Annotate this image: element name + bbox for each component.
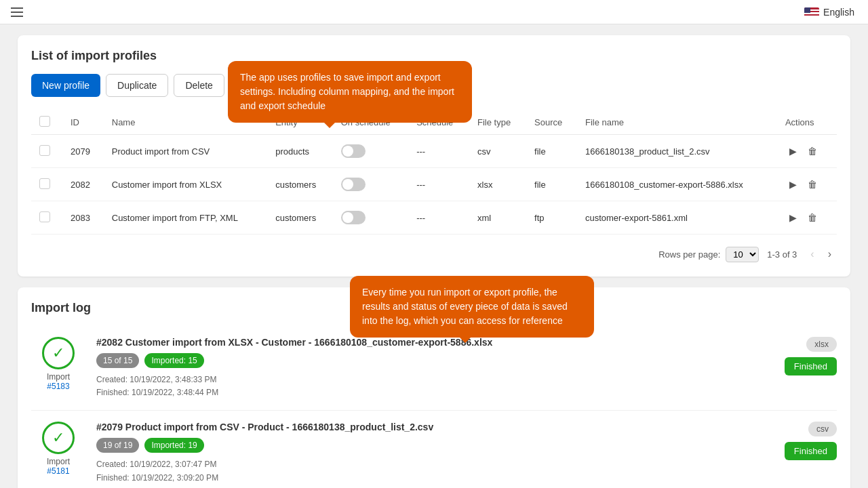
- row-checkbox: [31, 168, 62, 201]
- count-badge: 15 of 15: [96, 353, 139, 368]
- row-entity: products: [267, 135, 332, 168]
- delete-button[interactable]: Delete: [174, 74, 224, 97]
- col-checkbox: [31, 110, 62, 135]
- rows-per-page-control: Rows per page: 10 20 50: [658, 247, 759, 262]
- rows-per-page-select[interactable]: 10 20 50: [726, 247, 759, 262]
- imported-badge: Imported: 15: [144, 353, 203, 368]
- row-source: ftp: [526, 201, 577, 235]
- log-badges: 15 of 15 Imported: 15: [96, 353, 758, 368]
- col-id: ID: [62, 110, 104, 135]
- tooltip-log: Every time you run import or export prof…: [350, 276, 594, 338]
- log-item: ✓ Import #5181 #2079 Product import from…: [31, 411, 837, 488]
- row-file-type: xml: [469, 201, 526, 235]
- log-type-label: Import: [47, 457, 70, 466]
- file-type-badge: xlsx: [806, 337, 837, 352]
- log-meta: Created: 10/19/2022, 3:07:47 PM Finished…: [96, 458, 758, 484]
- log-type-label: Import: [47, 372, 70, 382]
- row-actions: ▶ 🗑: [777, 168, 837, 201]
- run-action-button[interactable]: ▶: [785, 143, 801, 159]
- log-item: ✓ Import #5183 #2082 Customer import fro…: [31, 326, 837, 411]
- tooltip-profiles: The app uses profiles to save import and…: [228, 61, 472, 123]
- row-id: 2082: [62, 168, 104, 201]
- delete-action-button[interactable]: 🗑: [804, 209, 821, 226]
- status-badge: Finished: [785, 442, 837, 460]
- main-content: The app uses profiles to save import and…: [7, 24, 861, 488]
- log-content: #2079 Product import from CSV - Product …: [96, 422, 758, 484]
- table-row: 2079 Product import from CSV products --…: [31, 135, 837, 168]
- log-title-text: #2079 Product import from CSV - Product …: [96, 422, 758, 432]
- row-schedule: ---: [408, 168, 469, 201]
- row-file-type: csv: [469, 135, 526, 168]
- select-all-checkbox[interactable]: [39, 116, 50, 127]
- prev-page-button[interactable]: ‹: [805, 245, 819, 263]
- col-file-type: File type: [469, 110, 526, 135]
- import-log-list: ✓ Import #5183 #2082 Customer import fro…: [31, 326, 837, 488]
- table-row: 2082 Customer import from XLSX customers…: [31, 168, 837, 201]
- table-row: 2083 Customer import from FTP, XML custo…: [31, 201, 837, 235]
- row-file-name: 1666180108_customer-export-5886.xlsx: [577, 168, 777, 201]
- log-badges: 19 of 19 Imported: 19: [96, 438, 758, 453]
- row-checkbox: [31, 201, 62, 235]
- col-file-name: File name: [577, 110, 777, 135]
- log-meta: Created: 10/19/2022, 3:48:33 PM Finished…: [96, 373, 758, 399]
- row-toggle: [333, 201, 408, 235]
- schedule-toggle[interactable]: [341, 144, 366, 158]
- row-checkbox: [31, 135, 62, 168]
- run-action-button[interactable]: ▶: [785, 176, 801, 192]
- col-source: Source: [526, 110, 577, 135]
- row-entity: customers: [267, 168, 332, 201]
- language-selector[interactable]: English: [804, 7, 854, 18]
- file-type-badge: csv: [808, 422, 837, 436]
- row-file-name: 1666180138_product_list_2.csv: [577, 135, 777, 168]
- row-file-name: customer-export-5861.xml: [577, 201, 777, 235]
- duplicate-button[interactable]: Duplicate: [106, 74, 168, 97]
- finished-date: Finished: 10/19/2022, 3:48:44 PM: [96, 386, 758, 399]
- schedule-toggle[interactable]: [341, 211, 366, 224]
- row-name: Customer import from FTP, XML: [104, 201, 267, 235]
- run-action-button[interactable]: ▶: [785, 209, 801, 226]
- next-page-button[interactable]: ›: [823, 245, 837, 263]
- row-actions: ▶ 🗑: [777, 201, 837, 235]
- finished-date: Finished: 10/19/2022, 3:09:20 PM: [96, 472, 758, 485]
- flag-icon: [804, 7, 819, 17]
- log-icon-area: ✓ Import #5183: [31, 337, 85, 391]
- count-badge: 19 of 19: [96, 438, 139, 453]
- log-right: xlsx Finished: [769, 337, 837, 375]
- row-select-checkbox[interactable]: [39, 211, 50, 222]
- language-label: English: [823, 7, 854, 18]
- log-icon-area: ✓ Import #5181: [31, 422, 85, 476]
- status-badge: Finished: [785, 357, 837, 375]
- row-source: file: [526, 168, 577, 201]
- profiles-table: ID Name Entity On schedule Schedule File…: [31, 110, 837, 235]
- rows-per-page-label: Rows per page:: [658, 249, 720, 260]
- row-source: file: [526, 135, 577, 168]
- delete-action-button[interactable]: 🗑: [804, 143, 821, 159]
- row-select-checkbox[interactable]: [39, 145, 50, 156]
- log-content: #2082 Customer import from XLSX - Custom…: [96, 337, 758, 399]
- page-info: 1-3 of 3: [767, 249, 797, 260]
- log-id-link[interactable]: #5183: [47, 382, 69, 391]
- row-id: 2079: [62, 135, 104, 168]
- row-actions: ▶ 🗑: [777, 135, 837, 168]
- imported-badge: Imported: 19: [144, 438, 203, 453]
- log-title-text: #2082 Customer import from XLSX - Custom…: [96, 337, 758, 348]
- col-actions: Actions: [777, 110, 837, 135]
- log-id-link[interactable]: #5181: [47, 466, 69, 476]
- new-profile-button[interactable]: New profile: [31, 74, 100, 97]
- row-select-checkbox[interactable]: [39, 178, 50, 189]
- row-toggle: [333, 168, 408, 201]
- row-toggle: [333, 135, 408, 168]
- hamburger-menu-icon[interactable]: [11, 7, 23, 17]
- pagination-controls: ‹ ›: [805, 245, 837, 263]
- row-schedule: ---: [408, 201, 469, 235]
- delete-action-button[interactable]: 🗑: [804, 176, 821, 192]
- row-schedule: ---: [408, 135, 469, 168]
- created-date: Created: 10/19/2022, 3:07:47 PM: [96, 458, 758, 471]
- log-right: csv Finished: [769, 422, 837, 460]
- check-circle-icon: ✓: [42, 337, 75, 369]
- row-file-type: xlsx: [469, 168, 526, 201]
- profiles-card: The app uses profiles to save import and…: [18, 35, 850, 277]
- check-circle-icon: ✓: [42, 422, 75, 454]
- schedule-toggle[interactable]: [341, 178, 366, 191]
- table-footer: Rows per page: 10 20 50 1-3 of 3 ‹ ›: [31, 245, 837, 263]
